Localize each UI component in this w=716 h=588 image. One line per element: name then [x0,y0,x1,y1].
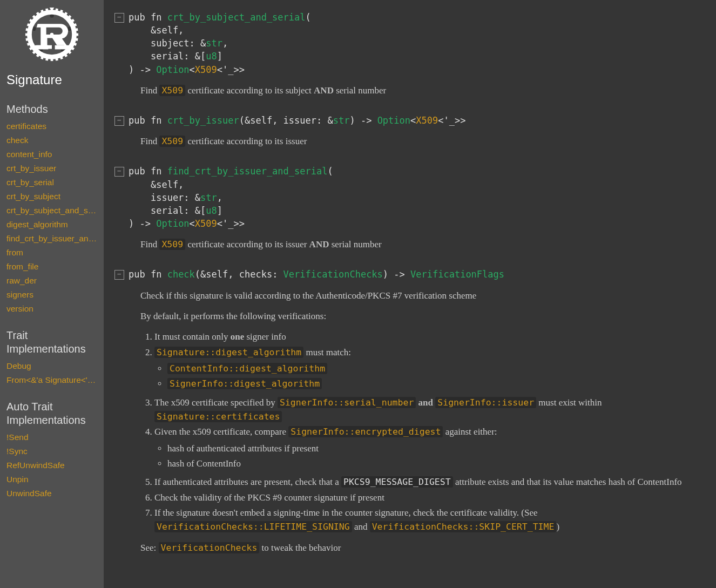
code-link[interactable]: Signature::digest_algorithm [154,347,303,358]
list-item: Signature::digest_algorithm must match: … [154,346,716,391]
list-item: SignerInfo::digest_algorithm [167,377,716,391]
code-link[interactable]: VerificationChecks::LIFETIME_SIGNING [154,521,352,532]
doc-block: Find X509 certificate according to its i… [140,238,716,252]
list-item: If authenticated attributes are present,… [154,475,716,489]
main-content: − pub fn crt_by_subject_and_serial( &sel… [104,0,716,588]
sidebar-link[interactable]: From<&'a Signature<'_>> [6,375,97,385]
sidebar-auto-trait-impl-list: !Send !Sync RefUnwindSafe Unpin UnwindSa… [6,432,97,498]
fn-signature: pub fn crt_by_issuer(&self, issuer: &str… [129,114,465,127]
method-crt_by_issuer: − pub fn crt_by_issuer(&self, issuer: &s… [114,114,716,148]
sidebar-link[interactable]: from [6,248,97,258]
list-item: If the signature doesn't embed a signing… [154,506,716,535]
sidebar-link[interactable]: digest_algorithm [6,220,97,229]
code-link[interactable]: VerificationChecks::SKIP_CERT_TIME [370,521,557,532]
list-item: The x509 certificate specified by Signer… [154,396,716,424]
code-link[interactable]: Signature::certificates [154,411,282,422]
sidebar-link[interactable]: Debug [6,361,97,371]
sidebar-link[interactable]: RefUnwindSafe [6,461,97,470]
list-item: Check the validity of the PKCS #9 counte… [154,491,716,505]
type-str[interactable]: str [206,38,222,49]
list-item: ContentInfo::digest_algorithm [167,362,716,376]
doc-block: Find X509 certificate according to its i… [140,134,716,148]
collapse-toggle[interactable]: − [114,116,124,126]
type-str[interactable]: str [333,115,350,126]
sidebar-link[interactable]: raw_der [6,276,97,286]
sidebar-link[interactable]: version [6,304,97,314]
sidebar: Signature Methods certificates check con… [0,0,104,588]
collapse-toggle[interactable]: − [114,270,124,280]
code-x509[interactable]: X509 [159,136,185,147]
fn-name[interactable]: crt_by_issuer [167,115,239,126]
method-check: − pub fn check(&self, checks: Verificati… [114,268,716,555]
type-x509[interactable]: X509 [195,218,217,229]
code-link[interactable]: SignerInfo::issuer [435,397,536,408]
sidebar-link[interactable]: !Send [6,432,97,442]
method-find_crt_by_issuer_and_serial: − pub fn find_crt_by_issuer_and_serial( … [114,165,716,252]
list-item: It must contain only one signer info [154,330,716,344]
verification-steps: It must contain only one signer info Sig… [140,330,716,534]
fn-signature: pub fn find_crt_by_issuer_and_serial( &s… [129,165,333,230]
sidebar-link[interactable]: UnwindSafe [6,489,97,498]
doc-block: Find X509 certificate according to its s… [140,84,716,98]
sidebar-heading-trait-impl: Trait Implementations [6,329,97,356]
fn-name[interactable]: crt_by_subject_and_serial [167,12,306,23]
sidebar-link[interactable]: !Sync [6,447,97,456]
code-x509[interactable]: X509 [159,85,185,96]
sidebar-heading-methods: Methods [6,103,97,116]
type-option[interactable]: Option [377,115,410,126]
page-title: Signature [6,72,97,87]
fn-name[interactable]: find_crt_by_issuer_and_serial [167,166,328,177]
code-link[interactable]: ContentInfo::digest_algorithm [167,363,327,374]
type-x509[interactable]: X509 [416,115,438,126]
sidebar-link[interactable]: from_file [6,262,97,272]
sidebar-link[interactable]: crt_by_subject_and_serial [6,206,97,215]
type-verificationflags[interactable]: VerificationFlags [410,269,504,280]
fn-name[interactable]: check [167,269,195,280]
type-option[interactable]: Option [156,218,189,229]
fn-signature: pub fn crt_by_subject_and_serial( &self,… [129,11,311,76]
code-link[interactable]: VerificationChecks [159,542,260,553]
code-link[interactable]: SignerInfo::digest_algorithm [167,378,322,389]
rust-logo-icon [25,8,79,62]
type-u8[interactable]: u8 [206,51,217,62]
type-verificationchecks[interactable]: VerificationChecks [283,269,383,280]
sidebar-link[interactable]: crt_by_issuer [6,164,97,173]
method-crt_by_subject_and_serial: − pub fn crt_by_subject_and_serial( &sel… [114,11,716,98]
sidebar-link[interactable]: Unpin [6,475,97,484]
doc-block: Check if this signature is valid accordi… [140,289,716,556]
type-str[interactable]: str [200,192,217,203]
type-u8[interactable]: u8 [206,205,217,216]
sidebar-link[interactable]: find_crt_by_issuer_and_serial [6,234,97,244]
collapse-toggle[interactable]: − [114,167,124,177]
sidebar-link[interactable]: crt_by_serial [6,178,97,187]
type-x509[interactable]: X509 [195,64,217,75]
collapse-toggle[interactable]: − [114,13,124,23]
list-item: hash of authenticated attributes if pres… [167,442,716,456]
code-link[interactable]: SignerInfo::encrypted_digest [288,426,443,437]
sidebar-methods-list: certificates check content_info crt_by_i… [6,121,97,314]
sidebar-link[interactable]: certificates [6,121,97,131]
fn-signature: pub fn check(&self, checks: Verification… [129,268,504,281]
sidebar-link[interactable]: crt_by_subject [6,192,97,201]
sidebar-link[interactable]: content_info [6,150,97,159]
code-x509[interactable]: X509 [159,239,185,250]
sidebar-link[interactable]: check [6,136,97,145]
code-link[interactable]: SignerInfo::serial_number [278,397,416,408]
sidebar-trait-impl-list: Debug From<&'a Signature<'_>> [6,361,97,385]
code-inline: PKCS9_MESSAGE_DIGEST [341,476,453,488]
logo [6,5,97,68]
list-item: hash of ContentInfo [167,457,716,471]
type-option[interactable]: Option [156,64,189,75]
sidebar-link[interactable]: signers [6,290,97,300]
list-item: Given the x509 certificate, compare Sign… [154,425,716,471]
sidebar-heading-auto-trait-impl: Auto Trait Implementations [6,400,97,427]
